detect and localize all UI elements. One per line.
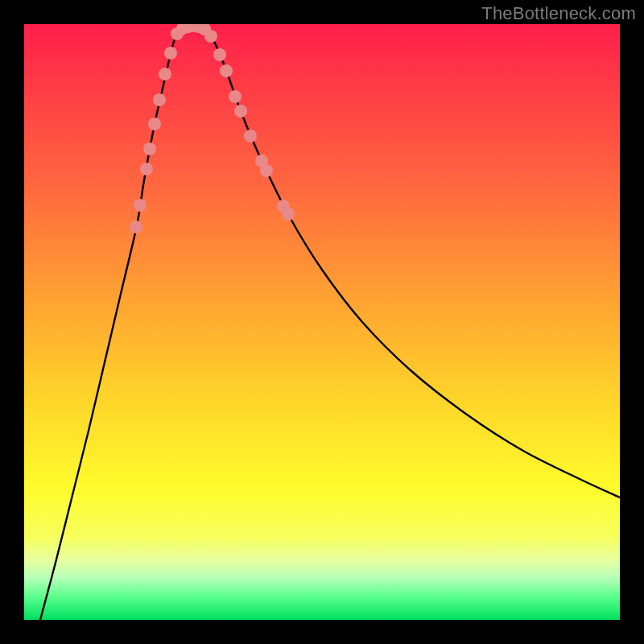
highlight-dot xyxy=(164,47,177,60)
highlight-dot xyxy=(220,64,233,77)
highlight-dot xyxy=(134,199,147,212)
highlight-dot xyxy=(140,163,153,175)
chart-plot-area xyxy=(24,24,620,620)
highlight-dot xyxy=(234,105,247,118)
highlight-dot xyxy=(213,48,226,61)
highlight-dot xyxy=(159,68,171,80)
watermark-label: TheBottleneck.com xyxy=(481,3,636,24)
chart-svg xyxy=(24,24,620,620)
highlight-dot xyxy=(282,208,295,221)
highlight-dot xyxy=(244,130,257,142)
highlight-dot xyxy=(229,90,242,103)
highlight-dot xyxy=(143,142,156,155)
outer-frame: TheBottleneck.com xyxy=(0,0,644,644)
highlight-dot xyxy=(148,118,161,130)
highlight-dot xyxy=(130,221,142,233)
bottleneck-curve xyxy=(40,26,620,620)
highlight-dot xyxy=(204,30,217,43)
highlight-dot xyxy=(153,93,166,106)
highlight-dot xyxy=(260,164,273,177)
